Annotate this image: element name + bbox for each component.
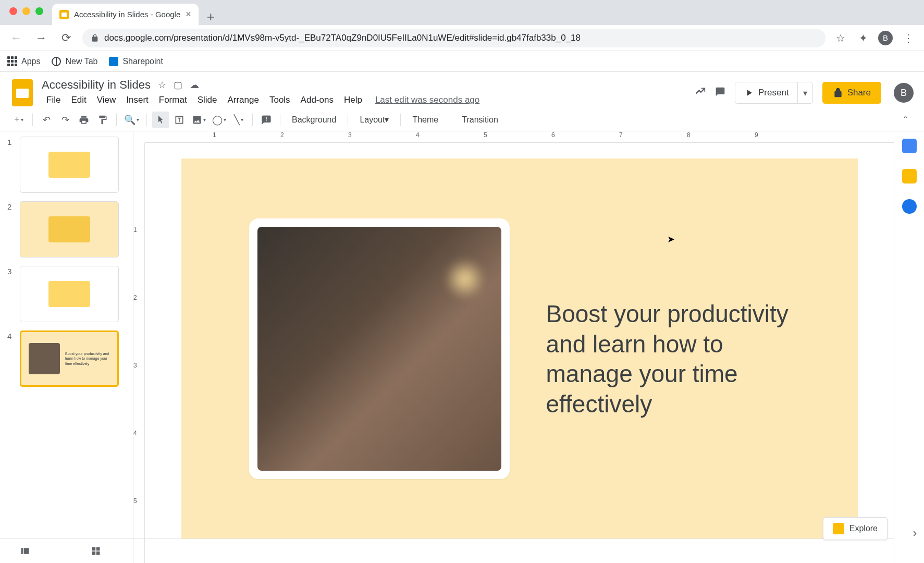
layout-button[interactable]: Layout ▾ [353, 112, 395, 128]
menu-format[interactable]: Format [154, 93, 192, 107]
bottom-bar [0, 538, 894, 563]
ruler-vertical[interactable]: 1 2 3 4 5 [133, 143, 145, 563]
separator [280, 114, 280, 126]
slide-canvas[interactable]: Boost your productivity and learn how to… [181, 158, 858, 539]
menu-help[interactable]: Help [339, 93, 367, 107]
extensions-icon[interactable]: ✦ [856, 29, 871, 47]
tasks-icon[interactable] [902, 199, 917, 214]
back-button[interactable]: ← [7, 29, 25, 47]
ruler-tick: 8 [687, 131, 691, 139]
slide-thumbnail-2[interactable]: 2 [7, 201, 126, 258]
apps-bookmark[interactable]: Apps [7, 56, 40, 66]
slide-thumbnail-3[interactable]: 3 [7, 266, 126, 322]
sharepoint-icon [109, 57, 118, 66]
show-side-panel-button[interactable]: › [913, 527, 917, 540]
chrome-profile-avatar[interactable]: B [878, 31, 893, 45]
move-document-icon[interactable]: ▢ [174, 79, 182, 91]
slides-logo[interactable] [10, 77, 34, 108]
canvas-wrap[interactable]: Boost your productivity and learn how to… [145, 143, 894, 563]
address-bar[interactable]: docs.google.com/presentation/d/1MVs98m-v… [82, 29, 826, 47]
print-button[interactable] [76, 112, 92, 128]
calendar-icon[interactable] [902, 139, 917, 153]
doc-title[interactable]: Accessibility in Slides [42, 78, 151, 92]
undo-button[interactable]: ↶ [38, 112, 55, 128]
line-tool[interactable]: ╲▾ [230, 112, 247, 128]
new-tab-button[interactable]: + [199, 9, 223, 25]
slide-panel[interactable]: 1 2 3 4 Boost your productivity and lear… [0, 131, 133, 563]
theme-button[interactable]: Theme [406, 112, 445, 128]
background-button[interactable]: Background [286, 112, 342, 128]
slide-thumb[interactable] [20, 201, 119, 258]
filmstrip-view-button[interactable] [16, 542, 34, 560]
separator [146, 114, 147, 126]
ruler-horizontal[interactable]: 1 2 3 4 5 6 7 8 9 [145, 131, 894, 143]
slide-thumb[interactable] [20, 137, 119, 193]
last-edit-link[interactable]: Last edit was seconds ago [375, 95, 479, 105]
bookmark-star-icon[interactable]: ☆ [833, 29, 848, 47]
menu-file[interactable]: File [42, 93, 65, 107]
close-tab-button[interactable]: × [186, 9, 191, 20]
close-window-button[interactable] [9, 7, 17, 15]
slide-thumb[interactable] [20, 266, 119, 322]
minimize-window-button[interactable] [22, 7, 30, 15]
maximize-window-button[interactable] [35, 7, 43, 15]
present-button[interactable]: Present [735, 88, 797, 98]
separator [400, 114, 401, 126]
menu-arrange[interactable]: Arrange [223, 93, 263, 107]
transition-button[interactable]: Transition [455, 112, 504, 128]
new-tab-bookmark[interactable]: New Tab [52, 57, 97, 66]
separator [116, 114, 117, 126]
menu-view[interactable]: View [92, 93, 121, 107]
ruler-tick: 2 [133, 294, 137, 301]
slide-body-text[interactable]: Boost your productivity and learn how to… [546, 299, 807, 419]
zoom-button[interactable]: 🔍▾ [122, 112, 141, 128]
explore-button[interactable]: Explore [823, 517, 888, 540]
slides-favicon-icon [59, 10, 69, 19]
slide-image[interactable] [257, 227, 501, 471]
doc-title-row: Accessibility in Slides ☆ ▢ ☁ [42, 78, 688, 92]
slide-thumbnail-1[interactable]: 1 [7, 137, 126, 193]
select-tool[interactable] [152, 112, 169, 128]
slide-number: 1 [7, 137, 14, 193]
grid-view-button[interactable] [87, 542, 105, 560]
sharepoint-bookmark[interactable]: Sharepoint [109, 57, 163, 66]
paint-format-button[interactable] [94, 112, 111, 128]
keep-icon[interactable] [902, 169, 917, 183]
canvas-area: 1 2 3 4 5 6 7 8 9 1 2 3 4 5 Boost your p… [133, 131, 894, 563]
app-header: Accessibility in Slides ☆ ▢ ☁ File Edit … [0, 72, 924, 108]
globe-icon [52, 57, 61, 66]
ruler-tick: 1 [213, 131, 216, 139]
bookmarks-bar: Apps New Tab Sharepoint [0, 51, 924, 72]
account-avatar[interactable]: B [894, 83, 914, 103]
forward-button[interactable]: → [32, 29, 50, 47]
slides-logo-icon [12, 79, 33, 106]
share-button[interactable]: Share [822, 82, 881, 104]
reload-button[interactable]: ⟳ [57, 29, 75, 47]
star-document-icon[interactable]: ☆ [158, 79, 166, 91]
comments-icon[interactable] [715, 85, 725, 100]
menu-insert[interactable]: Insert [121, 93, 153, 107]
menu-tools[interactable]: Tools [265, 93, 295, 107]
present-dropdown[interactable]: ▾ [797, 82, 812, 103]
slide-thumbnail-4[interactable]: 4 Boost your productivity and learn how … [7, 331, 126, 387]
image-tool[interactable]: ▾ [190, 112, 208, 128]
shape-tool[interactable]: ◯▾ [210, 112, 228, 128]
menu-addons[interactable]: Add-ons [296, 93, 338, 107]
textbox-tool[interactable] [171, 112, 188, 128]
redo-button[interactable]: ↷ [57, 112, 73, 128]
collapse-toolbar-button[interactable]: ˄ [897, 112, 914, 128]
comment-tool[interactable] [258, 112, 275, 128]
menu-slide[interactable]: Slide [193, 93, 222, 107]
activity-icon[interactable] [695, 85, 706, 100]
slide-image-frame[interactable] [249, 218, 510, 479]
menu-edit[interactable]: Edit [66, 93, 91, 107]
new-slide-button[interactable]: +▾ [10, 112, 27, 128]
chrome-menu-icon[interactable]: ⋮ [900, 29, 917, 47]
slide-thumb-selected[interactable]: Boost your productivity and learn how to… [20, 331, 119, 387]
browser-tab-active[interactable]: Accessibility in Slides - Google × [52, 4, 199, 25]
cloud-status-icon[interactable]: ☁ [190, 79, 199, 91]
separator [450, 114, 450, 126]
thumb-text: Boost your productivity and learn how to… [65, 351, 110, 365]
nav-bar: ← → ⟳ docs.google.com/presentation/d/1MV… [0, 25, 924, 51]
window-controls [0, 0, 53, 15]
